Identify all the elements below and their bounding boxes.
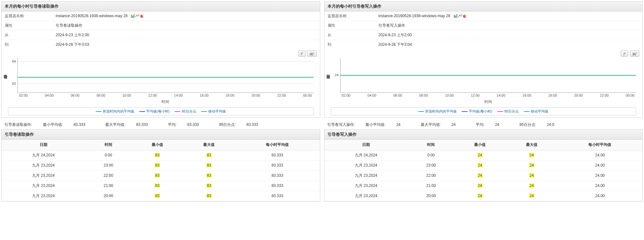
table-row[interactable]: 九月 23,202422:00242424.00	[324, 170, 643, 181]
cell-min: 83	[131, 181, 183, 191]
legend-item[interactable]: 95百分点	[497, 109, 519, 114]
svg-rect-5	[455, 16, 456, 18]
right-chart-area[interactable]: 24	[340, 58, 636, 93]
cell-havg: 24.00	[557, 191, 642, 201]
cell-max: 24	[506, 160, 557, 170]
right-data-table: 日期 时间 最小值 最大值 每小时平均值 九月 24,20240:0024242…	[324, 140, 643, 201]
right-chart-panel: 本月的每小时引导卷写入操作 监视器名称 instance-20190528-19…	[324, 1, 643, 118]
cell-date: 九月 23,2024	[324, 181, 408, 191]
cell-date: 九月 23,2024	[324, 191, 408, 201]
monitor-name-label: 监视器名称	[2, 11, 52, 21]
xtick: 14:00	[174, 93, 183, 97]
xtick: 02:00	[19, 93, 28, 97]
col-date[interactable]: 日期	[324, 140, 408, 150]
cell-max: 24	[506, 170, 557, 181]
table-row[interactable]: 九月 23,202420:00242424.00	[324, 191, 643, 201]
cell-date: 九月 23,2024	[2, 170, 85, 181]
to-value: 2024-9-26 下午3:04	[375, 40, 643, 50]
xtick: 18:00	[548, 93, 557, 97]
cell-havg: 83.333	[235, 191, 320, 201]
legend-item[interactable]: 所选时间内的平均值	[418, 109, 457, 114]
range-7-button[interactable]: 7›	[621, 51, 628, 57]
xtick: 12:00	[471, 93, 480, 97]
cell-date: 九月 23,2024	[2, 160, 85, 170]
legend-item[interactable]: 平均值(每小时)	[139, 109, 170, 114]
right-chart-toolbar: 7› 30›	[324, 49, 643, 58]
table-row[interactable]: 九月 23,202423:00838383.333	[2, 160, 320, 170]
legend-swatch	[175, 111, 180, 112]
legend-item[interactable]: 95百分点	[175, 109, 196, 114]
col-min[interactable]: 最小值	[454, 140, 506, 150]
monitor-name-text: instance-20190528-1938-windows-may 28	[56, 14, 128, 18]
col-date[interactable]: 日期	[2, 140, 85, 150]
range-30-button[interactable]: 30›	[630, 51, 639, 57]
right-stats: 引导卷写入操作: 最小平均值: 24 最大平均值: 24 平均: 24 95百分…	[324, 120, 643, 129]
xtick: 06:00	[393, 93, 402, 97]
xtick: 12:00	[148, 93, 157, 97]
chart-line	[18, 77, 314, 78]
cell-min: 83	[131, 150, 183, 160]
xtick: 08:00	[96, 93, 105, 97]
xtick: 16:00	[200, 93, 209, 97]
xtick: 02:00	[342, 93, 350, 97]
col-time[interactable]: 时间	[85, 140, 131, 150]
col-max[interactable]: 最大值	[506, 140, 557, 150]
attr-value: 引导卷读取操作	[52, 21, 320, 31]
xtick: 22:00	[277, 93, 286, 97]
table-row[interactable]: 九月 23,202421:00838383.333	[2, 181, 320, 191]
left-chart-panel: 本月的每小时引导卷读取操作 监视器名称 instance-20190528-19…	[1, 1, 320, 118]
svg-rect-6	[456, 14, 457, 18]
attr-value: 引导卷写入操作	[375, 21, 643, 31]
table-row[interactable]: 九月 23,202423:00242424.00	[324, 160, 643, 170]
col-min[interactable]: 最小值	[131, 140, 183, 150]
range-30-button[interactable]: 30›	[307, 51, 316, 57]
cell-max: 24	[506, 191, 557, 201]
xtick: 00:00	[303, 93, 312, 97]
cell-min: 24	[454, 150, 506, 160]
table-row[interactable]: 九月 23,202420:00838383.333	[2, 191, 320, 201]
legend-item[interactable]: 所选时间内的平均值	[96, 109, 134, 114]
cell-date: 九月 23,2024	[324, 170, 408, 181]
col-havg[interactable]: 每小时平均值	[557, 140, 642, 150]
cell-time: 20:00	[85, 191, 131, 201]
cell-time: 22:00	[408, 170, 454, 181]
xtick: 22:00	[600, 93, 609, 97]
svg-rect-1	[132, 16, 133, 18]
col-time[interactable]: 时间	[408, 140, 454, 150]
right-xlabel: 时间	[340, 99, 636, 105]
legend-swatch	[524, 111, 530, 112]
cell-havg: 83.333	[235, 150, 320, 160]
right-legend: 所选时间内的平均值平均值(每小时)95百分点移动平均值	[331, 107, 636, 115]
range-7-button[interactable]: 7›	[298, 51, 306, 57]
left-chart-area[interactable]: 84 83	[17, 58, 314, 93]
cell-min: 83	[131, 170, 183, 181]
cell-date: 九月 24,2024	[324, 150, 408, 160]
right-table-panel: 引导卷写入操作 日期 时间 最小值 最大值 每小时平均值 九月 24,20240…	[324, 129, 643, 202]
chart-type-icons[interactable]	[454, 14, 467, 18]
col-havg[interactable]: 每小时平均值	[235, 140, 320, 150]
table-row[interactable]: 九月 24,20240:00242424.00	[324, 150, 643, 160]
legend-swatch	[139, 111, 145, 112]
from-value: 2024-9-23 上午2:00	[52, 31, 320, 40]
table-row[interactable]: 九月 23,202422:00838383.333	[2, 170, 320, 181]
legend-item[interactable]: 平均值(每小时)	[462, 109, 492, 114]
col-max[interactable]: 最大值	[183, 140, 235, 150]
legend-swatch	[418, 111, 424, 112]
right-column: 本月的每小时引导卷写入操作 监视器名称 instance-20190528-19…	[324, 1, 643, 204]
left-legend: 所选时间内的平均值平均值(每小时)95百分点移动平均值	[8, 107, 314, 115]
cell-max: 24	[506, 150, 557, 160]
cell-havg: 24.00	[557, 160, 642, 170]
cell-havg: 24.00	[557, 170, 642, 181]
xtick: 18:00	[226, 93, 235, 97]
cell-min: 24	[454, 191, 506, 201]
legend-item[interactable]: 移动平均值	[524, 109, 548, 114]
monitor-name-label: 监视器名称	[324, 11, 375, 21]
table-row[interactable]: 九月 24,20240:00838383.333	[2, 150, 320, 160]
xtick: 08:00	[419, 93, 428, 97]
table-row[interactable]: 九月 23,202421:00242424.00	[324, 181, 643, 191]
left-info-table: 监视器名称 instance-20190528-1938-windows-may…	[2, 11, 320, 49]
chart-type-icons[interactable]	[131, 14, 144, 18]
cell-max: 83	[183, 181, 235, 191]
legend-item[interactable]: 移动平均值	[201, 109, 226, 114]
svg-rect-4	[454, 15, 455, 18]
